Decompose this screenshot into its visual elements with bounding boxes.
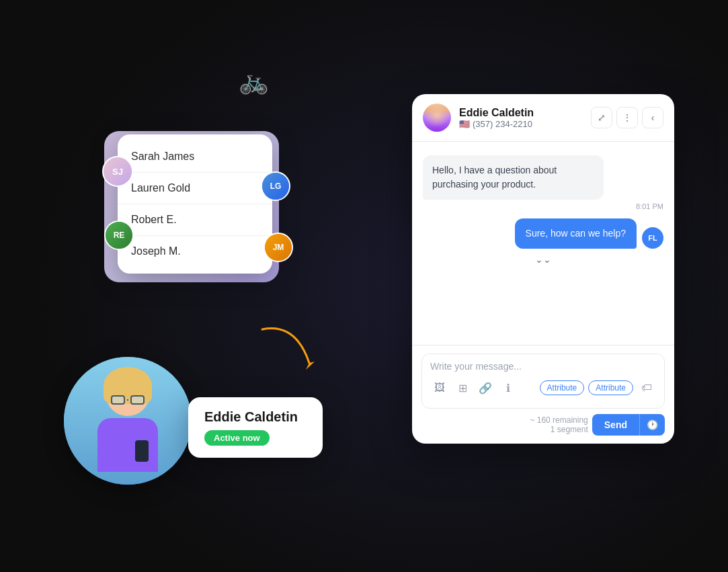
contact-lauren[interactable]: Lauren Gold	[118, 173, 272, 204]
info-icon[interactable]: ℹ	[499, 378, 518, 397]
message-bubble-incoming: Hello, I have a question about purchasin…	[423, 155, 604, 200]
active-status-badge: Active now	[204, 430, 270, 446]
bike-icon: 🚲	[239, 67, 269, 95]
expand-button[interactable]: ⤢	[591, 107, 612, 128]
contact-name: Lauren Gold	[131, 182, 190, 194]
more-options-button[interactable]: ⋮	[616, 107, 638, 128]
flag-icon: 🇺🇸	[459, 119, 470, 129]
chat-contact-name: Eddie Caldetin	[459, 107, 583, 119]
chat-contact-phone: 🇺🇸 (357) 234-2210	[459, 119, 583, 129]
input-toolbar: 🖼 ⊞ 🔗 ℹ Attribute Attribute 🏷	[430, 378, 656, 397]
contact-sarah[interactable]: Sarah James	[118, 141, 272, 173]
link-icon[interactable]: 🔗	[476, 378, 495, 397]
avatar-sarah: SJ	[102, 156, 133, 187]
incoming-message: Hello, I have a question about purchasin…	[423, 155, 663, 210]
send-button[interactable]: Send	[592, 414, 639, 436]
message-placeholder[interactable]: Write your message...	[430, 361, 656, 372]
contact-name: Joseph M.	[131, 245, 181, 257]
avatar-joseph: JM	[264, 233, 293, 262]
contact-name: Sarah James	[131, 151, 194, 162]
image-icon[interactable]: 🖼	[430, 378, 449, 397]
avatar-lauren: LG	[261, 171, 290, 201]
chat-header: Eddie Caldetin 🇺🇸 (357) 234-2210 ⤢ ⋮ ‹	[412, 94, 674, 142]
message-bubble-outgoing: Sure, how can we help?	[515, 218, 637, 249]
svg-marker-0	[306, 362, 315, 370]
contact-joseph[interactable]: Joseph M.	[118, 236, 272, 267]
person-card-name: Eddie Caldetin	[204, 409, 307, 425]
chat-input-area: Write your message... 🖼 ⊞ 🔗 ℹ Attribute …	[412, 345, 674, 444]
message-time: 8:01 PM	[423, 202, 663, 210]
decorative-arrow	[255, 323, 323, 376]
attribute-badge-2[interactable]: Attribute	[588, 380, 633, 395]
contact-list-panel: Sarah James Lauren Gold Robert E. Joseph…	[118, 134, 272, 274]
contact-name: Robert E.	[131, 214, 177, 225]
grid-icon[interactable]: ⊞	[453, 378, 472, 397]
emoji-icon[interactable]: 🏷	[637, 378, 656, 397]
scroll-indicator: ⌄⌄	[423, 254, 663, 265]
avatar-robert: RE	[104, 220, 134, 250]
chat-avatar	[423, 104, 451, 132]
agent-avatar: FL	[642, 227, 663, 249]
chat-window: Eddie Caldetin 🇺🇸 (357) 234-2210 ⤢ ⋮ ‹ H…	[412, 94, 674, 444]
woman-photo	[64, 357, 192, 485]
chat-contact-info: Eddie Caldetin 🇺🇸 (357) 234-2210	[459, 107, 583, 129]
person-card: Eddie Caldetin Active now	[188, 397, 323, 458]
send-button-group: Send 🕐	[592, 414, 665, 436]
attribute-badge-1[interactable]: Attribute	[540, 380, 585, 395]
chat-header-actions: ⤢ ⋮ ‹	[591, 107, 663, 128]
outgoing-message-row: Sure, how can we help? FL	[423, 218, 663, 249]
remaining-text: ~ 160 remaining 1 segment	[421, 415, 588, 434]
contact-robert[interactable]: Robert E.	[118, 204, 272, 236]
chat-messages: Hello, I have a question about purchasin…	[412, 142, 674, 345]
back-button[interactable]: ‹	[642, 107, 663, 128]
send-schedule-button[interactable]: 🕐	[639, 414, 665, 436]
